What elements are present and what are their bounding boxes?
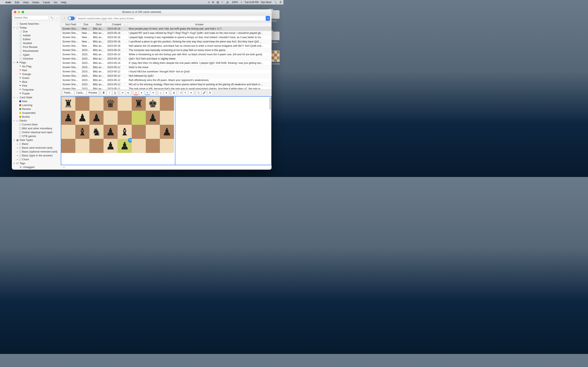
- sidebar-decks[interactable]: ▾▭Decks: [12, 119, 61, 123]
- sidebar-notetype-item[interactable]: ▸Basic (and reversed card): [12, 146, 61, 150]
- col-sort-field[interactable]: Sort Field: [61, 22, 80, 27]
- sidebar-state-learning[interactable]: Learning: [12, 103, 61, 107]
- eraser-button[interactable]: ◇: [158, 91, 163, 95]
- subscript-button[interactable]: x₂: [126, 91, 131, 95]
- sidebar-state-new[interactable]: New: [12, 99, 61, 103]
- volume-icon[interactable]: 🔊: [226, 1, 229, 4]
- table-row[interactable]: Screen Shot 2...2023-...Blitz and...2023…: [61, 65, 272, 69]
- sidebar-flag-no-flag[interactable]: ⚑No Flag: [12, 64, 61, 68]
- table-row[interactable]: Screen Shot 2...New #...Blitz and...2023…: [61, 40, 272, 44]
- sidebar-today-again[interactable]: Again: [12, 53, 61, 57]
- bold-button[interactable]: B: [101, 91, 106, 95]
- sidebar-deck-item[interactable]: Current Deck: [12, 123, 61, 126]
- menu-cards[interactable]: Cards: [43, 1, 50, 4]
- align-button[interactable]: ≡: [183, 91, 188, 95]
- sidebar-today-rescheduled[interactable]: Rescheduled: [12, 49, 61, 53]
- table-row[interactable]: Screen Shot 2...New #...Blitz and...2023…: [61, 35, 272, 40]
- sidebar-flag-blue[interactable]: ⚑Blue: [12, 80, 61, 84]
- sidebar-flag-green[interactable]: ⚑Green: [12, 76, 61, 80]
- sidebar-today-overdue[interactable]: Overdue: [12, 57, 61, 60]
- sidebar-notetype-item[interactable]: ▸Cloze: [12, 157, 61, 161]
- sidebar-today-edited[interactable]: Edited: [12, 37, 61, 41]
- wifi-icon[interactable]: ᯤ: [221, 1, 224, 4]
- sidebar-state-buried[interactable]: Buried: [12, 115, 61, 119]
- table-row[interactable]: Screen Shot 2...2023-...Blitz and...2023…: [61, 78, 272, 82]
- spotlight-icon[interactable]: 🔍: [274, 1, 277, 4]
- table-row[interactable]: Screen Shot 2...2023-...Blitz and...2023…: [61, 48, 272, 52]
- sidebar-card-state[interactable]: ▾○Card State: [12, 95, 61, 99]
- back-field[interactable]: [175, 96, 272, 165]
- record-button[interactable]: 🎤: [202, 91, 207, 95]
- app-name[interactable]: Anki: [5, 1, 11, 4]
- text-color-dropdown[interactable]: ▾: [139, 91, 144, 95]
- sidebar-deck-item[interactable]: Blitz and other miscellany: [12, 126, 61, 130]
- sidebar-state-review[interactable]: Review: [12, 107, 61, 111]
- sidebar-flag-purple[interactable]: ⚑Purple: [12, 92, 61, 95]
- menu-help[interactable]: Help: [61, 1, 67, 4]
- zoom-button[interactable]: [22, 11, 24, 13]
- col-answer[interactable]: Answer: [127, 22, 272, 27]
- sidebar-note-types[interactable]: ▾▦Note Types: [12, 138, 61, 142]
- cards-notes-toggle-label[interactable]: C: [62, 16, 67, 20]
- sidebar-today[interactable]: ▾Today: [12, 26, 61, 30]
- col-deck[interactable]: Deck: [92, 22, 106, 27]
- clock[interactable]: Tue 6:49 PM: [245, 1, 259, 4]
- table-row[interactable]: Screen Shot 2...2023-...Blitz and...2023…: [61, 52, 272, 57]
- italic-button[interactable]: I: [107, 91, 112, 95]
- sidebar-flag-red[interactable]: ⚑Red: [12, 68, 61, 72]
- attach-button[interactable]: 📎: [196, 91, 201, 95]
- sidebar-today-added[interactable]: Added: [12, 33, 61, 37]
- titlebar[interactable]: Browse (1 of 255 cards selected): [12, 9, 272, 15]
- ul-button[interactable]: ≣: [172, 91, 176, 95]
- card-table[interactable]: Sort Field Due Deck Created Answer Scree…: [61, 22, 272, 90]
- sidebar-untagged[interactable]: ⊘Untagged: [12, 165, 61, 169]
- align-dropdown[interactable]: ▾: [189, 91, 194, 95]
- minimize-button[interactable]: [18, 11, 20, 13]
- sidebar-today-due[interactable]: Due: [12, 30, 61, 33]
- sidebar-tags[interactable]: ▾🏷Tags: [12, 161, 61, 165]
- search-dropdown-button[interactable]: ▾: [266, 16, 270, 21]
- sidebar-flag-pink[interactable]: ⚑Pink: [12, 84, 61, 88]
- front-field[interactable]: ♜♛♜♚♟♟♟♟♝♞♟♝♟♟♟?!: [61, 96, 175, 165]
- battery-icon[interactable]: ▥: [217, 1, 219, 4]
- preview-button[interactable]: Preview: [87, 91, 99, 95]
- equation-button[interactable]: fx: [208, 91, 213, 95]
- user-name[interactable]: Dan Bock: [261, 1, 272, 4]
- highlight-button[interactable]: ✎: [145, 91, 150, 95]
- table-row[interactable]: Screen Shot 2...2023-...Blitz and...2023…: [61, 82, 272, 87]
- menu-notes[interactable]: Notes: [33, 1, 39, 4]
- fields-button[interactable]: Fields...: [62, 91, 74, 95]
- sidebar-today-studied[interactable]: Studied: [12, 41, 61, 45]
- underline-button[interactable]: U: [113, 91, 118, 95]
- table-row[interactable]: Screen Shot 2...2023-...Blitz and...2023…: [61, 57, 272, 61]
- sidebar-state-suspended[interactable]: Suspended: [12, 111, 61, 115]
- search-input[interactable]: [76, 16, 265, 21]
- table-row[interactable]: Screen Shot 2...2023-...Blitz and...2023…: [61, 69, 272, 74]
- superscript-button[interactable]: x²: [120, 91, 125, 95]
- cards-notes-toggle[interactable]: [68, 17, 75, 20]
- sidebar-notetype-item[interactable]: ▸Basic (type in the answer): [12, 154, 61, 157]
- menu-edit[interactable]: Edit: [15, 1, 19, 4]
- ol-button[interactable]: ⋮≡: [177, 91, 182, 95]
- table-row[interactable]: Screen Shot 2...New #...Blitz and...2023…: [61, 31, 272, 35]
- sidebar-search-button[interactable]: 🔍: [49, 16, 54, 20]
- sidebar-saved-searches[interactable]: ♡Saved Searches: [12, 22, 61, 26]
- sidebar-filter-input[interactable]: [13, 16, 48, 20]
- sidebar-deck-item[interactable]: OTB games: [12, 134, 61, 138]
- table-row[interactable]: Screen Shot 2...2023-...Blitz and...2023…: [61, 61, 272, 65]
- bluetooth-icon[interactable]: ⚙: [212, 1, 214, 4]
- airplay-icon[interactable]: ⎚: [208, 1, 209, 4]
- table-row[interactable]: Screen Shot 2...2023-...Blitz and...2023…: [61, 87, 272, 90]
- col-due[interactable]: Due: [80, 22, 92, 27]
- table-row[interactable]: Screen Shot 2...New #...Blitz and...2023…: [61, 44, 272, 48]
- highlight-dropdown[interactable]: ▾: [151, 91, 156, 95]
- sidebar-flags[interactable]: ▾⚑Flags: [12, 60, 61, 64]
- sidebar-notetype-item[interactable]: ▸Basic (optional reversed card): [12, 150, 61, 154]
- sidebar-flag-turquoise[interactable]: ⚑Turquoise: [12, 88, 61, 92]
- col-created[interactable]: Created: [106, 22, 127, 27]
- menu-view[interactable]: View: [23, 1, 29, 4]
- sidebar-deck-item[interactable]: Online classical and rapid: [12, 130, 61, 134]
- text-color-button[interactable]: A: [134, 91, 138, 95]
- menu-go[interactable]: Go: [54, 1, 57, 4]
- sidebar-notetype-item[interactable]: ▸Basic: [12, 142, 61, 146]
